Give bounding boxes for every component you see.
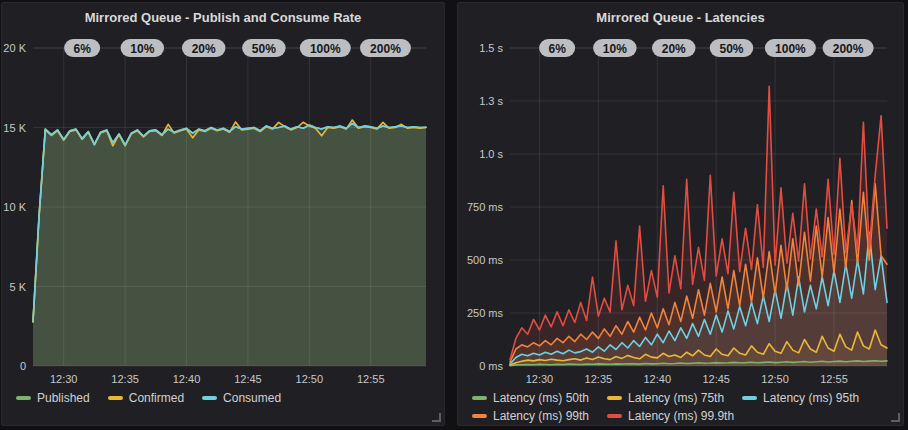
annotation-badge-50[interactable]: 50% xyxy=(710,39,754,57)
legend-label: Latency (ms) 95th xyxy=(763,391,859,405)
rate-chart-legend: PublishedConfirmedConsumed xyxy=(2,391,444,405)
panel-latencies: Mirrored Queue - Latencies 0 ms250 ms500… xyxy=(457,2,904,426)
y-tick-label: 5 K xyxy=(9,281,26,293)
legend-marker xyxy=(607,414,622,418)
annotation-badge-20[interactable]: 20% xyxy=(652,39,696,57)
annotation-badge-10[interactable]: 10% xyxy=(121,39,165,57)
x-tick-label: 12:30 xyxy=(50,373,78,385)
x-tick-label: 12:55 xyxy=(820,373,848,385)
latency-chart-svg: 0 ms250 ms500 ms750 ms1.0 s1.3 s1.5 s12:… xyxy=(458,27,903,387)
annotation-badge-6[interactable]: 6% xyxy=(539,39,575,57)
y-tick-label: 0 ms xyxy=(479,360,503,372)
series-fill-latency-ms-99-9th xyxy=(510,86,887,366)
annotation-badge-label: 50% xyxy=(252,42,276,56)
rate-chart-svg: 05 K10 K15 K20 K12:3012:3512:4012:4512:5… xyxy=(2,27,444,387)
legend-label: Latency (ms) 50th xyxy=(493,391,589,405)
legend-marker xyxy=(607,396,622,400)
x-tick-label: 12:50 xyxy=(296,373,324,385)
legend-item-latency-ms-95th[interactable]: Latency (ms) 95th xyxy=(742,391,859,405)
annotation-badge-50[interactable]: 50% xyxy=(242,39,286,57)
annotation-badge-200[interactable]: 200% xyxy=(823,39,874,57)
legend-marker xyxy=(472,396,487,400)
annotation-badge-6[interactable]: 6% xyxy=(64,39,100,57)
series-fill-consumed xyxy=(33,124,426,367)
y-tick-label: 20 K xyxy=(3,42,26,54)
legend-marker xyxy=(472,414,487,418)
legend-marker xyxy=(108,396,123,400)
x-tick-label: 12:45 xyxy=(234,373,262,385)
annotation-badge-10[interactable]: 10% xyxy=(593,39,637,57)
legend-item-latency-ms-50th[interactable]: Latency (ms) 50th xyxy=(472,391,589,405)
legend-label: Published xyxy=(37,391,90,405)
annotation-badge-label: 6% xyxy=(73,42,91,56)
annotation-badge-label: 20% xyxy=(662,42,686,56)
panel-title[interactable]: Mirrored Queue - Latencies xyxy=(458,8,903,27)
y-tick-label: 1.0 s xyxy=(479,148,503,160)
annotation-badge-label: 200% xyxy=(833,42,864,56)
series-fills xyxy=(33,120,426,366)
annotation-badge-100[interactable]: 100% xyxy=(300,39,351,57)
x-tick-label: 12:45 xyxy=(702,373,730,385)
annotation-badge-label: 20% xyxy=(192,42,216,56)
x-tick-label: 12:35 xyxy=(111,373,139,385)
annotation-badge-100[interactable]: 100% xyxy=(765,39,816,57)
x-tick-label: 12:30 xyxy=(526,373,554,385)
x-tick-label: 12:40 xyxy=(644,373,672,385)
panel-resize-handle[interactable] xyxy=(432,413,441,422)
y-tick-label: 1.3 s xyxy=(479,95,503,107)
legend-item-latency-ms-99-9th[interactable]: Latency (ms) 99.9th xyxy=(607,409,734,423)
annotation-badge-label: 100% xyxy=(775,42,806,56)
annotation-badge-label: 200% xyxy=(370,42,401,56)
y-tick-label: 250 ms xyxy=(467,307,504,319)
annotation-badge-label: 10% xyxy=(130,42,154,56)
x-tick-label: 12:35 xyxy=(585,373,613,385)
annotation-badge-label: 50% xyxy=(719,42,743,56)
legend-marker xyxy=(16,396,31,400)
panel-resize-handle[interactable] xyxy=(891,413,900,422)
legend-label: Latency (ms) 99th xyxy=(493,409,589,423)
x-tick-label: 12:50 xyxy=(761,373,789,385)
y-tick-label: 10 K xyxy=(3,201,26,213)
legend-label: Confirmed xyxy=(129,391,184,405)
panel-title[interactable]: Mirrored Queue - Publish and Consume Rat… xyxy=(2,8,444,27)
latency-chart-legend: Latency (ms) 50thLatency (ms) 75thLatenc… xyxy=(458,391,903,423)
legend-label: Latency (ms) 99.9th xyxy=(628,409,734,423)
y-tick-label: 1.5 s xyxy=(479,42,503,54)
annotation-badge-label: 10% xyxy=(603,42,627,56)
legend-item-latency-ms-75th[interactable]: Latency (ms) 75th xyxy=(607,391,724,405)
series-fills xyxy=(510,86,887,366)
annotation-badge-200[interactable]: 200% xyxy=(360,39,411,57)
y-tick-label: 750 ms xyxy=(467,201,504,213)
legend-label: Consumed xyxy=(223,391,281,405)
legend-item-published[interactable]: Published xyxy=(16,391,90,405)
panel-publish-consume-rate: Mirrored Queue - Publish and Consume Rat… xyxy=(1,2,445,426)
y-tick-label: 500 ms xyxy=(467,254,504,266)
y-tick-label: 15 K xyxy=(3,122,26,134)
legend-item-consumed[interactable]: Consumed xyxy=(202,391,281,405)
annotation-badge-20[interactable]: 20% xyxy=(182,39,226,57)
y-tick-label: 0 xyxy=(20,360,26,372)
legend-label: Latency (ms) 75th xyxy=(628,391,724,405)
legend-marker xyxy=(202,396,217,400)
x-tick-label: 12:40 xyxy=(173,373,201,385)
x-tick-label: 12:55 xyxy=(357,373,385,385)
legend-item-confirmed[interactable]: Confirmed xyxy=(108,391,184,405)
legend-marker xyxy=(742,396,757,400)
annotation-badge-label: 100% xyxy=(310,42,341,56)
annotation-badge-label: 6% xyxy=(548,42,566,56)
legend-item-latency-ms-99th[interactable]: Latency (ms) 99th xyxy=(472,409,589,423)
dashboard: Mirrored Queue - Publish and Consume Rat… xyxy=(0,0,908,428)
